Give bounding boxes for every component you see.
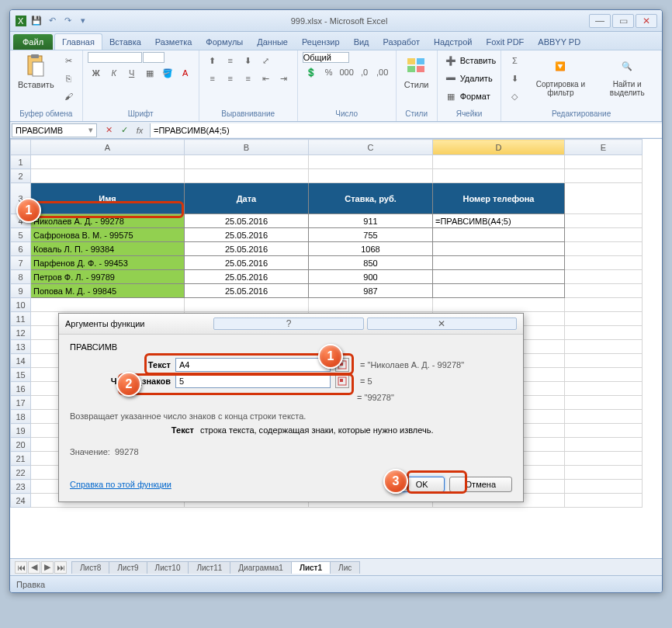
cell-A4[interactable]: Николаев А. Д. - 99278 [31, 214, 185, 228]
align-middle-icon[interactable]: ≡ [222, 52, 239, 69]
qat-dropdown-icon[interactable]: ▾ [77, 15, 89, 27]
tab-review[interactable]: Рецензир [295, 34, 347, 50]
header-date[interactable]: Дата [185, 183, 309, 214]
sheet-tab[interactable]: Лист9 [109, 561, 147, 574]
format-painter-icon[interactable]: 🖌 [61, 88, 78, 105]
orientation-icon[interactable]: ⤢ [258, 52, 275, 69]
cell-D5[interactable] [433, 228, 565, 242]
number-format[interactable] [303, 52, 349, 63]
tab-addins[interactable]: Надстрой [427, 34, 479, 50]
arg2-input[interactable] [175, 374, 331, 388]
cell-D4[interactable]: =ПРАВСИМВ(A4;5) [433, 214, 565, 228]
font-color-icon[interactable]: A [177, 64, 194, 82]
cell-A6[interactable]: Коваль Л. П. - 99384 [31, 242, 185, 256]
tab-nav-first[interactable]: ⏮ [15, 561, 27, 574]
row-header[interactable]: 1 [11, 155, 31, 169]
row-header[interactable]: 14 [11, 354, 31, 368]
header-phone[interactable]: Номер телефона [433, 183, 565, 214]
row-header[interactable]: 13 [11, 340, 31, 354]
sheet-tab[interactable]: Лист8 [71, 561, 109, 574]
col-header-E[interactable]: E [565, 140, 643, 155]
tab-nav-last[interactable]: ⏭ [54, 561, 67, 574]
tab-nav-next[interactable]: ▶ [41, 561, 54, 574]
row-header[interactable]: 7 [11, 256, 31, 270]
cancel-button[interactable]: Отмена [449, 477, 512, 492]
cell-A7[interactable]: Парфенов Д. Ф. - 99453 [31, 256, 185, 270]
cell-B8[interactable]: 25.05.2016 [185, 270, 309, 284]
col-header-A[interactable]: A [31, 140, 185, 155]
tab-foxit[interactable]: Foxit PDF [479, 34, 531, 50]
row-header[interactable]: 15 [11, 368, 31, 382]
underline-icon[interactable]: Ч [123, 64, 140, 82]
dialog-help-button[interactable]: ? [213, 317, 363, 330]
arg2-range-picker[interactable] [335, 374, 349, 388]
fill-icon[interactable]: ⬇ [506, 70, 523, 87]
row-header[interactable]: 19 [11, 424, 31, 438]
redo-icon[interactable]: ↷ [61, 15, 74, 27]
enter-formula-icon[interactable]: ✓ [117, 123, 131, 137]
col-header-D[interactable]: D [433, 140, 565, 155]
clear-icon[interactable]: ◇ [506, 88, 523, 105]
tab-home[interactable]: Главная [54, 33, 102, 50]
align-left-icon[interactable]: ≡ [204, 70, 221, 87]
select-all-corner[interactable] [11, 140, 31, 155]
cell-A5[interactable]: Сафронова В. М. - 99575 [31, 228, 185, 242]
tab-layout[interactable]: Разметка [148, 34, 199, 50]
tab-abbyy[interactable]: ABBYY PD [531, 34, 587, 50]
row-header[interactable]: 20 [11, 438, 31, 452]
styles-button[interactable]: Стили [401, 52, 432, 91]
close-button[interactable]: ✕ [636, 14, 657, 28]
font-size[interactable] [143, 52, 165, 63]
align-center-icon[interactable]: ≡ [222, 70, 239, 87]
save-icon[interactable]: 💾 [30, 15, 43, 27]
row-header[interactable]: 16 [11, 382, 31, 396]
formula-input[interactable] [150, 123, 662, 137]
sheet-tab[interactable]: Лис [330, 561, 360, 574]
file-tab[interactable]: Файл [13, 34, 53, 50]
name-box[interactable]: ПРАВСИМВ▾ [12, 123, 97, 137]
insert-cells[interactable]: ➕Вставить [442, 52, 497, 69]
font-name[interactable] [88, 52, 142, 63]
tab-view[interactable]: Вид [347, 34, 376, 50]
header-rate[interactable]: Ставка, руб. [309, 183, 433, 214]
cell-D7[interactable] [433, 256, 565, 270]
inc-decimal-icon[interactable]: ,0 [356, 64, 373, 81]
format-cells[interactable]: ▦Формат [442, 88, 490, 105]
col-header-B[interactable]: B [185, 140, 309, 155]
cell-B4[interactable]: 25.05.2016 [185, 214, 309, 228]
indent-dec-icon[interactable]: ⇤ [258, 70, 275, 87]
sheet-tab[interactable]: Лист10 [147, 561, 189, 574]
percent-icon[interactable]: % [320, 64, 338, 81]
indent-inc-icon[interactable]: ⇥ [275, 70, 293, 87]
cell-C7[interactable]: 850 [309, 256, 433, 270]
cell-A8[interactable]: Петров Ф. Л. - 99789 [31, 270, 185, 284]
header-name[interactable]: Имя [31, 183, 185, 214]
comma-icon[interactable]: 000 [338, 64, 355, 81]
cell-D9[interactable] [433, 284, 565, 298]
sheet-tab[interactable]: Лист11 [188, 561, 230, 574]
paste-button[interactable]: Вставить [15, 52, 57, 91]
tab-dev[interactable]: Разработ [376, 34, 427, 50]
row-header[interactable]: 24 [11, 494, 31, 508]
row-header[interactable]: 18 [11, 410, 31, 424]
cell-C6[interactable]: 1068 [309, 242, 433, 256]
cell-C9[interactable]: 987 [309, 284, 433, 298]
row-header[interactable]: 23 [11, 480, 31, 494]
cell-B9[interactable]: 25.05.2016 [185, 284, 309, 298]
row-header[interactable]: 10 [11, 298, 31, 312]
cell-C5[interactable]: 755 [309, 228, 433, 242]
fill-color-icon[interactable]: 🪣 [159, 64, 176, 82]
row-header[interactable]: 11 [11, 312, 31, 326]
row-header[interactable]: 22 [11, 466, 31, 480]
tab-nav-prev[interactable]: ◀ [28, 561, 40, 574]
dec-decimal-icon[interactable]: ,00 [374, 64, 391, 81]
cell-B6[interactable]: 25.05.2016 [185, 242, 309, 256]
help-link[interactable]: Справка по этой функции [70, 480, 171, 489]
row-header[interactable]: 9 [11, 284, 31, 298]
cancel-formula-icon[interactable]: ✕ [102, 123, 116, 137]
find-select-button[interactable]: 🔍 Найти и выделить [598, 52, 656, 99]
worksheet[interactable]: A B C D E 1 2 3 Имя Дата Ставка, руб. Но… [10, 139, 662, 558]
cell-C4[interactable]: 911 [309, 214, 433, 228]
cell-D6[interactable] [433, 242, 565, 256]
align-top-icon[interactable]: ⬆ [204, 52, 221, 69]
